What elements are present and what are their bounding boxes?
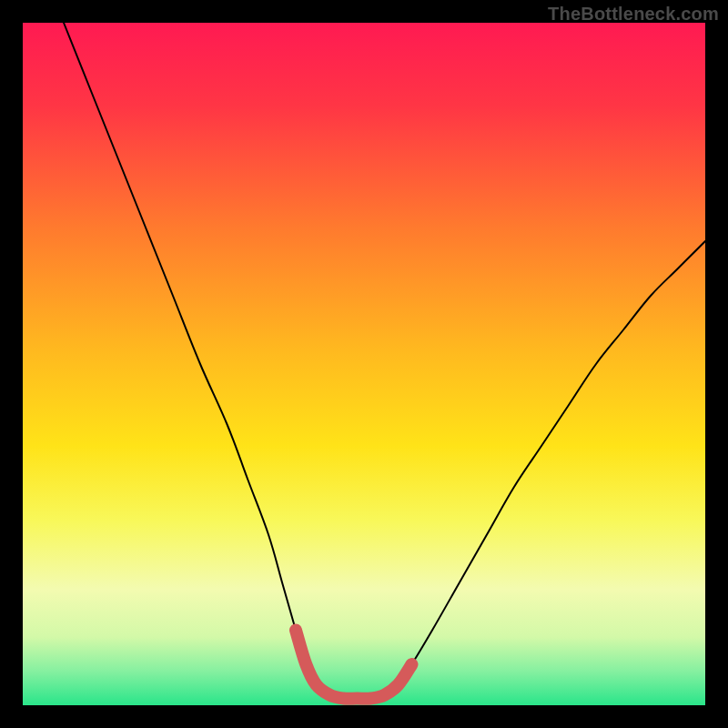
bottleneck-plot	[23, 23, 705, 705]
watermark-text: TheBottleneck.com	[548, 4, 719, 25]
plot-background	[23, 23, 705, 705]
chart-frame: TheBottleneck.com	[0, 0, 728, 728]
